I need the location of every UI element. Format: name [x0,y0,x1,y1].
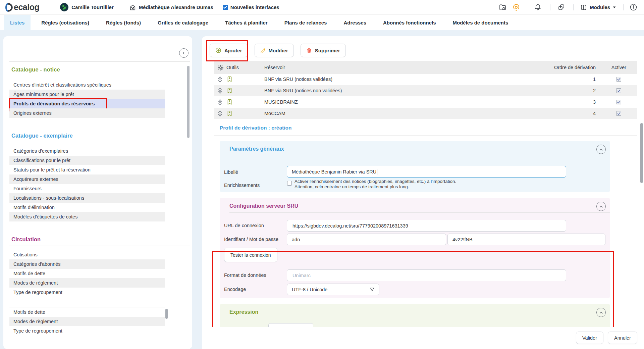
new-interfaces-toggle[interactable]: Nouvelles interfaces [223,4,279,10]
sidebar-item[interactable]: Type de regroupement [9,326,165,336]
sidebar-item[interactable]: Classifications pour le prêt [9,156,165,165]
tab-item[interactable]: Listes [4,15,31,30]
folder-cloud-icon[interactable] [499,4,507,11]
sidebar-item[interactable]: Catégories d'abonnés [9,259,165,269]
sru-password-input[interactable]: 4v22!fNB [447,234,605,245]
test-connection-button[interactable]: Tester la connexion [224,248,277,262]
tab-item[interactable]: Plans de relances [278,15,333,30]
sidebar-scrollbar-thumb[interactable] [187,66,190,138]
reorder-icon[interactable] [217,110,223,117]
add-button[interactable]: Ajouter [210,44,248,57]
tab-item[interactable]: Adresses [337,15,372,30]
divider [229,212,610,213]
tab-item[interactable]: Abonnés fonctionnels [377,15,442,30]
activate-checkbox[interactable] [616,88,621,93]
sidebar-collapse-button[interactable] [179,48,189,58]
divider [229,159,610,159]
tab-item[interactable]: Modèles de documents [447,15,515,30]
tab-item[interactable]: Règles (cotisations) [35,15,95,30]
validate-button[interactable]: Valider [576,332,603,344]
checked-checkbox-icon[interactable] [223,5,228,10]
alert-info-icon[interactable] [630,3,637,11]
activate-checkbox[interactable] [616,100,621,104]
windows-copy-icon[interactable] [558,4,565,11]
sru-url-input[interactable]: https://sigbdev.decalog.net/sru/77790200… [287,220,566,232]
sidebar-item[interactable]: Modèles d'étiquettes de cotes [9,212,165,221]
enrichment-checkbox[interactable] [287,181,292,186]
sidebar-item[interactable]: Centres d'intérêt et classifications spé… [9,80,165,90]
sidebar-item[interactable]: Origines externes [9,108,165,118]
activate-checkbox[interactable] [616,111,621,116]
sidebar-item[interactable]: Modes de règlement [9,278,165,288]
tab-label: Listes [10,20,24,26]
collapse-panel-button[interactable] [596,145,606,154]
sidebar-item[interactable]: Catégories d'exemplaires [9,146,165,156]
sidebar-item[interactable]: Localisations - sous-localisations [9,193,165,203]
sidebar-item[interactable]: Motifs de dette [9,307,165,317]
sidebar-item[interactable]: Âges minimums pour le prêt [9,90,165,99]
column-header-tools[interactable]: Outils [226,65,239,70]
reorder-icon[interactable] [217,99,223,105]
listening-icon[interactable] [512,3,520,11]
modules-icon [580,4,587,11]
reorder-icon[interactable] [217,88,223,94]
cancel-button[interactable]: Annuler [608,332,637,344]
page-scrollbar-thumb[interactable] [640,123,643,183]
sidebar-item[interactable]: Motifs de dette [9,269,165,278]
data-format-input[interactable]: Unimarc [287,269,566,281]
sidebar-item[interactable]: Type de regroupement [9,288,165,297]
activate-checkbox[interactable] [616,77,621,82]
current-library[interactable]: Médiathèque Alexandre Dumas [129,4,213,11]
derivation-order-value: 1 [543,77,600,82]
sidebar-item[interactable]: Motifs d'élimination [9,203,165,212]
divider [9,61,190,62]
modules-menu[interactable]: Modules [580,4,616,11]
sidebar-list-scrollbar-thumb[interactable] [165,309,168,319]
text-caret [377,169,377,175]
bookmark-plus-icon[interactable] [227,76,232,82]
tab-item[interactable]: Règles (fonds) [100,15,147,30]
cancel-label: Annuler [614,335,631,341]
collapse-panel-button[interactable] [596,202,606,211]
sidebar-item[interactable]: Profils de dérivation des réservoirs [9,99,165,108]
plus-circle-icon [215,47,221,53]
bookmark-plus-icon[interactable] [227,88,232,94]
edit-button[interactable]: Modifier [255,44,294,57]
bookmark-plus-icon[interactable] [227,99,232,105]
collapse-panel-button[interactable] [596,308,606,317]
tab-item[interactable]: Grilles de catalogage [152,15,214,30]
format-placeholder: Unimarc [292,273,311,278]
column-header-order[interactable]: Ordre de dérivation [543,65,600,70]
reorder-icon[interactable] [217,76,223,83]
delete-button[interactable]: Supprimer [301,44,346,57]
sru-login-input[interactable]: adn [287,234,446,245]
general-parameters-panel: Paramètres généraux Libellé Médiathèque … [220,141,610,192]
sidebar-item[interactable]: Modes de règlement [9,317,165,326]
libelle-input[interactable]: Médiathèque Benjamin Rabier via SRU [287,166,566,178]
panel-title: Paramètres généraux [229,146,284,152]
table-row[interactable]: MoCCAM 4 [214,108,637,119]
sidebar-item[interactable]: Fournisseurs [9,184,165,193]
edit-button-label: Modifier [269,48,288,53]
sidebar-item[interactable]: Cotisations [9,250,165,259]
reservoir-name: MoCCAM [264,111,543,116]
bell-icon[interactable] [534,4,541,11]
encoding-select[interactable]: UTF-8 / Unicode [287,284,379,295]
table-row[interactable]: BNF via SRU (notices non validées) 2 [214,85,637,97]
table-row[interactable]: MUSICBRAINZ 3 [214,97,637,108]
tab-item[interactable]: Tâches à planifier [219,15,274,30]
column-header-activate[interactable]: Activer [600,65,637,70]
sidebar-item[interactable]: Acquéreurs externes [9,174,165,184]
current-user[interactable]: Camille Tourtillier [60,3,114,11]
column-header-reservoir[interactable]: Réservoir [264,65,543,70]
tab-label: Abonnés fonctionnels [383,20,436,26]
sidebar-panel: Catalogue - notice Centres d'intérêt et … [3,36,192,349]
expression-partial-input[interactable] [268,323,313,327]
tab-label: Adresses [343,20,366,26]
bookmark-plus-icon[interactable] [227,110,232,116]
sru-login-value: adn [292,237,300,242]
enrichment-line1: Activer l'enrichissement des notices (bi… [294,179,456,184]
sidebar-item[interactable]: Statuts pour le prêt et la réservation [9,165,165,174]
table-row[interactable]: BNF via SRU (notices validées) 1 [214,74,637,85]
table-body: BNF via SRU (notices validées) 1 [214,74,637,119]
